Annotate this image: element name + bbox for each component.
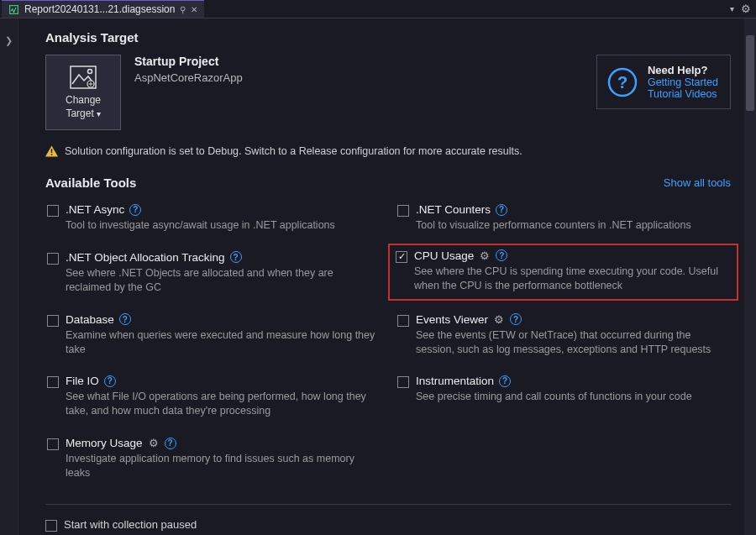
- info-icon[interactable]: [496, 249, 507, 261]
- tool-file-io: File IO See what File I/O operations are…: [45, 373, 381, 420]
- tool-net-async: .NET Async Tool to investigate async/awa…: [45, 202, 381, 234]
- info-icon[interactable]: [129, 204, 141, 216]
- change-target-button[interactable]: Change Target: [45, 55, 121, 130]
- pin-icon[interactable]: ⚲: [180, 5, 186, 14]
- main-content: Analysis Target Change Target Startup Pr…: [18, 18, 756, 535]
- checkbox-net-obj-alloc[interactable]: [47, 253, 59, 265]
- tool-desc-cpu-usage: See where the CPU is spending time execu…: [414, 265, 731, 293]
- info-icon[interactable]: [510, 313, 522, 325]
- window-dropdown-icon[interactable]: ▾: [730, 4, 734, 13]
- svg-text:?: ?: [617, 73, 627, 92]
- divider: [45, 504, 731, 505]
- checkbox-database[interactable]: [47, 315, 59, 327]
- help-box: ? Need Help? Getting Started Tutorial Vi…: [596, 55, 731, 109]
- settings-gear-icon[interactable]: ⚙: [741, 3, 751, 15]
- tool-title-memory-usage: Memory Usage: [66, 437, 143, 449]
- tab-diagsession[interactable]: Report20240131...21.diagsession ⚲ ✕: [2, 0, 204, 18]
- warning-icon: [45, 145, 58, 157]
- tool-desc-database: Examine when queries were executed and m…: [66, 328, 379, 357]
- tool-desc-net-obj-alloc: See where .NET Objects are allocated and…: [66, 266, 379, 295]
- help-title: Need Help?: [648, 64, 718, 76]
- close-icon[interactable]: ✕: [191, 5, 197, 14]
- checkbox-events-viewer[interactable]: [397, 315, 409, 327]
- help-question-icon: ?: [607, 67, 638, 97]
- tool-desc-net-async: Tool to investigate async/await usage in…: [66, 218, 379, 233]
- tool-memory-usage: Memory Usage Investigate application mem…: [45, 435, 381, 482]
- info-icon[interactable]: [230, 251, 242, 263]
- info-icon[interactable]: [499, 375, 511, 387]
- svg-rect-6: [51, 149, 53, 153]
- checkbox-file-io[interactable]: [47, 376, 59, 388]
- link-tutorial-videos[interactable]: Tutorial Videos: [648, 88, 718, 100]
- svg-point-2: [88, 70, 92, 74]
- gear-icon[interactable]: [479, 249, 491, 261]
- checkbox-instrumentation[interactable]: [397, 376, 409, 388]
- tool-net-obj-alloc: .NET Object Allocation Tracking See wher…: [45, 249, 381, 296]
- tools-grid: .NET Async Tool to investigate async/awa…: [45, 202, 731, 482]
- tool-title-net-async: .NET Async: [66, 203, 124, 216]
- link-show-all-tools[interactable]: Show all tools: [664, 176, 731, 189]
- tool-title-file-io: File IO: [66, 375, 99, 387]
- tab-bar: Report20240131...21.diagsession ⚲ ✕ ▾ ⚙: [0, 0, 756, 18]
- change-target-line1: Change: [66, 94, 101, 106]
- info-icon[interactable]: [165, 438, 176, 449]
- startup-project-info: Startup Project AspNetCoreRazorApp: [134, 55, 243, 84]
- startup-project-title: Startup Project: [134, 55, 243, 68]
- analysis-target-heading: Analysis Target: [45, 30, 731, 45]
- tool-title-events-viewer: Events Viewer: [416, 313, 488, 326]
- left-gutter: ❯: [0, 18, 18, 535]
- info-icon[interactable]: [119, 313, 131, 325]
- available-tools-heading: Available Tools: [45, 176, 136, 190]
- scrollbar-track[interactable]: [744, 18, 756, 535]
- tool-title-database: Database: [66, 313, 114, 326]
- tool-title-net-obj-alloc: .NET Object Allocation Tracking: [66, 251, 225, 264]
- scrollbar-thumb[interactable]: [746, 35, 754, 111]
- tool-title-cpu-usage: CPU Usage: [414, 249, 474, 262]
- change-target-line2: Target: [66, 108, 100, 119]
- tool-desc-net-counters: Tool to visualize performance counters i…: [416, 218, 729, 233]
- link-getting-started[interactable]: Getting Started: [648, 76, 718, 88]
- checkbox-cpu-usage[interactable]: [396, 251, 407, 263]
- start-paused-label: Start with collection paused: [64, 518, 197, 531]
- checkbox-net-async[interactable]: [47, 205, 59, 217]
- tool-title-instrumentation: Instrumentation: [416, 375, 494, 387]
- tool-events-viewer: Events Viewer See the events (ETW or Net…: [396, 312, 731, 359]
- tool-desc-events-viewer: See the events (ETW or NetTrace) that oc…: [416, 328, 729, 357]
- gear-icon[interactable]: [493, 313, 505, 325]
- tool-desc-file-io: See what File I/O operations are being p…: [66, 390, 379, 418]
- start-paused-row: Start with collection paused: [45, 518, 731, 532]
- config-warning: Solution configuration is set to Debug. …: [45, 145, 731, 157]
- diag-file-icon: [8, 4, 19, 15]
- checkbox-memory-usage[interactable]: [47, 438, 59, 450]
- checkbox-net-counters[interactable]: [397, 205, 409, 217]
- startup-project-name: AspNetCoreRazorApp: [134, 71, 243, 84]
- tool-instrumentation: Instrumentation See precise timing and c…: [396, 373, 731, 420]
- tool-title-net-counters: .NET Counters: [416, 203, 491, 216]
- info-icon[interactable]: [496, 204, 507, 216]
- gear-icon[interactable]: [148, 438, 160, 449]
- expand-chevron-icon[interactable]: ❯: [5, 35, 13, 535]
- target-picture-icon: [70, 66, 97, 89]
- tab-title: Report20240131...21.diagsession: [24, 3, 175, 15]
- tool-net-counters: .NET Counters Tool to visualize performa…: [396, 202, 731, 234]
- tool-database: Database Examine when queries were execu…: [45, 312, 381, 359]
- tool-desc-instrumentation: See precise timing and call counts of fu…: [416, 390, 729, 404]
- checkbox-start-paused[interactable]: [45, 520, 57, 532]
- info-icon[interactable]: [104, 375, 116, 387]
- svg-rect-7: [51, 154, 53, 155]
- warning-text: Solution configuration is set to Debug. …: [65, 145, 522, 157]
- tool-cpu-usage: CPU Usage See where the CPU is spending …: [391, 246, 736, 298]
- tool-desc-memory-usage: Investigate application memory to find i…: [66, 452, 379, 480]
